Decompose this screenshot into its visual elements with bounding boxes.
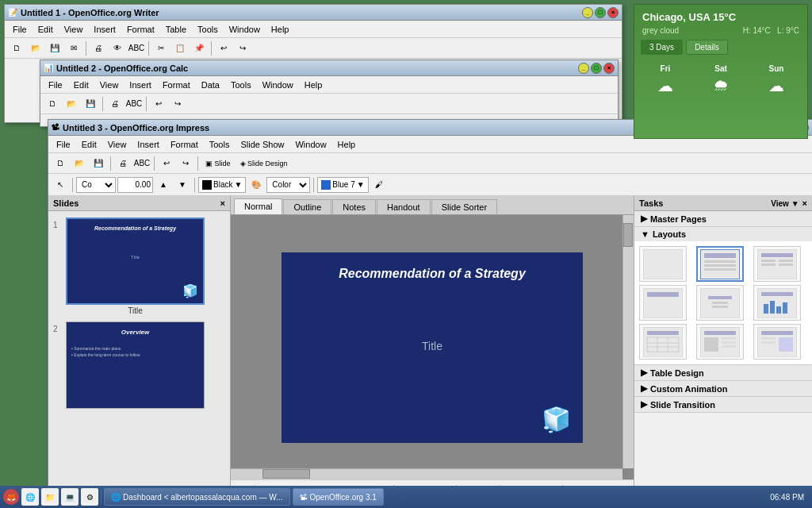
layout-chart[interactable] — [753, 285, 801, 321]
new-btn[interactable]: 🗋 — [8, 40, 25, 57]
writer-menu-window[interactable]: Window — [224, 23, 265, 36]
impress-menu-insert[interactable]: Insert — [132, 138, 164, 151]
tab-notes[interactable]: Notes — [332, 199, 376, 214]
writer-maximize-btn[interactable]: □ — [595, 7, 606, 18]
calc-undo-btn[interactable]: ↩ — [150, 95, 167, 113]
writer-menu-insert[interactable]: Insert — [89, 23, 121, 36]
impress-undo-btn[interactable]: ↩ — [158, 155, 175, 172]
weather-3days-btn[interactable]: 3 Days — [641, 40, 683, 55]
taskbar-icon-3[interactable]: 💻 — [61, 488, 79, 506]
impress-menu-window[interactable]: Window — [290, 138, 331, 151]
hscroll-thumb[interactable] — [262, 469, 310, 479]
impress-print-btn[interactable]: 🖨 — [114, 155, 132, 172]
font-down-btn[interactable]: ▼ — [174, 176, 191, 194]
writer-menu-help[interactable]: Help — [266, 23, 294, 36]
layout-title-only[interactable] — [639, 285, 687, 321]
layout-blank[interactable] — [639, 246, 687, 282]
calc-new-btn[interactable]: 🗋 — [44, 95, 61, 113]
impress-menu-slideshow[interactable]: Slide Show — [236, 138, 289, 151]
tasks-view-btn[interactable]: View ▼ — [771, 199, 799, 208]
impress-menu-help[interactable]: Help — [333, 138, 361, 151]
layout-centered[interactable] — [696, 285, 744, 321]
taskbar-dashboard-btn[interactable]: 🌐 Dashboard < albertopassalacqua.com — W… — [104, 488, 290, 506]
calc-menu-edit[interactable]: Edit — [69, 79, 94, 91]
calc-close-btn[interactable]: × — [603, 63, 615, 74]
layouts-header[interactable]: ▼ Layouts — [634, 227, 812, 241]
writer-menu-format[interactable]: Format — [122, 23, 159, 36]
paste-btn[interactable]: 📌 — [190, 40, 208, 57]
font-up-btn[interactable]: ▲ — [155, 176, 172, 194]
color-picker-btn[interactable]: 🎨 — [247, 176, 265, 194]
slides-panel-close-btn[interactable]: × — [220, 198, 225, 208]
writer-close-btn[interactable]: × — [607, 7, 619, 18]
hscrollbar[interactable] — [231, 468, 622, 479]
layout-two-col[interactable] — [753, 246, 801, 282]
master-pages-header[interactable]: ▶ Master Pages — [634, 211, 812, 226]
taskbar-icon-1[interactable]: 🌐 — [21, 488, 39, 506]
calc-menu-data[interactable]: Data — [197, 79, 224, 91]
font-size-input[interactable] — [117, 177, 153, 193]
calc-menu-window[interactable]: Window — [258, 79, 298, 91]
impress-open-btn[interactable]: 📂 — [71, 155, 88, 172]
calc-menu-insert[interactable]: Insert — [124, 79, 156, 91]
calc-print-btn[interactable]: 🖨 — [106, 95, 124, 113]
layout-chart-right[interactable] — [753, 324, 801, 360]
vscroll-thumb[interactable] — [623, 223, 633, 247]
impress-spell-btn[interactable]: ABC — [133, 155, 151, 172]
vscrollbar[interactable] — [622, 215, 634, 468]
spell-btn[interactable]: ABC — [128, 40, 145, 57]
taskbar-oo-btn[interactable]: 📽 OpenOffice.org 3.1 — [293, 488, 384, 506]
calc-spell-btn[interactable]: ABC — [125, 95, 143, 113]
taskbar-icon-4[interactable]: ⚙ — [81, 488, 98, 506]
tab-outline[interactable]: Outline — [283, 199, 331, 214]
writer-menu-edit[interactable]: Edit — [33, 23, 58, 36]
undo-btn[interactable]: ↩ — [215, 40, 232, 57]
impress-menu-edit[interactable]: Edit — [77, 138, 102, 151]
impress-save-btn[interactable]: 💾 — [90, 155, 107, 172]
calc-open-btn[interactable]: 📂 — [63, 95, 80, 113]
impress-menu-format[interactable]: Format — [166, 138, 203, 151]
calc-menu-view[interactable]: View — [95, 79, 124, 91]
scheme-btn[interactable]: 🖌 — [370, 176, 388, 194]
calc-menu-help[interactable]: Help — [300, 79, 327, 91]
writer-menu-table[interactable]: Table — [161, 23, 191, 36]
custom-animation-header[interactable]: ▶ Custom Animation — [634, 381, 812, 396]
cut-btn[interactable]: ✂ — [152, 40, 170, 57]
color-mode-select[interactable]: Color — [266, 177, 310, 193]
save-btn[interactable]: 💾 — [46, 40, 63, 57]
preview-btn[interactable]: 👁 — [109, 40, 126, 57]
calc-maximize-btn[interactable]: □ — [591, 63, 602, 74]
slide-thumb-2[interactable]: 2 Overview • Summarize the main plans • … — [50, 318, 228, 412]
color-dropdown-btn[interactable]: ▼ — [234, 180, 242, 189]
writer-menu-tools[interactable]: Tools — [193, 23, 223, 36]
layout-image-left[interactable] — [696, 324, 744, 360]
weather-details-btn[interactable]: Details — [686, 40, 728, 55]
tab-normal[interactable]: Normal — [234, 198, 282, 214]
writer-minimize-btn[interactable]: _ — [582, 7, 593, 18]
calc-menu-tools[interactable]: Tools — [226, 79, 256, 91]
cursor-btn[interactable]: ↖ — [52, 176, 69, 194]
impress-menu-view[interactable]: View — [103, 138, 132, 151]
start-btn[interactable]: 🦊 — [3, 489, 19, 505]
main-slide[interactable]: Recommendation of a Strategy Title 🧊 — [282, 252, 583, 443]
layout-title-content[interactable] — [696, 246, 744, 282]
tasks-close-btn[interactable]: × — [802, 198, 807, 208]
tab-handout[interactable]: Handout — [377, 199, 431, 214]
calc-menu-file[interactable]: File — [44, 79, 67, 91]
taskbar-icon-2[interactable]: 📁 — [41, 488, 59, 506]
impress-redo-btn[interactable]: ↪ — [177, 155, 194, 172]
writer-menu-file[interactable]: File — [8, 23, 32, 36]
calc-minimize-btn[interactable]: _ — [578, 63, 589, 74]
slide-design-btn[interactable]: ▣ Slide — [201, 155, 235, 172]
writer-menu-view[interactable]: View — [59, 23, 88, 36]
calc-save-btn[interactable]: 💾 — [82, 95, 99, 113]
print-btn[interactable]: 🖨 — [90, 40, 107, 57]
scheme-dropdown-btn[interactable]: ▼ — [357, 180, 365, 189]
redo-btn[interactable]: ↪ — [234, 40, 251, 57]
slide-design2-btn[interactable]: ◈ Slide Design — [236, 155, 292, 172]
impress-menu-tools[interactable]: Tools — [205, 138, 235, 151]
tab-slide-sorter[interactable]: Slide Sorter — [431, 199, 497, 214]
slide-thumb-1[interactable]: 1 Recommendation of a Strategy Title 🧊 T… — [50, 214, 228, 318]
slide-transition-header[interactable]: ▶ Slide Transition — [634, 397, 812, 412]
impress-new-btn[interactable]: 🗋 — [52, 155, 69, 172]
